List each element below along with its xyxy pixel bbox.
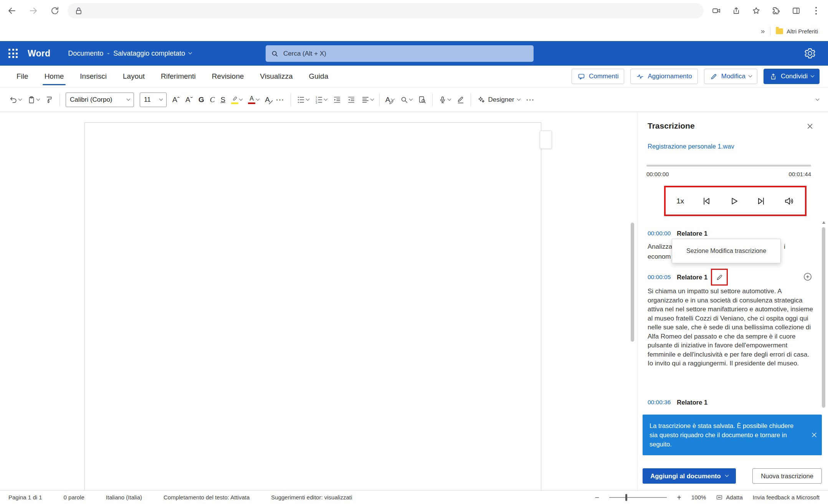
tab-inserisci[interactable]: Inserisci: [72, 66, 115, 87]
chevron-down-icon[interactable]: [188, 51, 192, 55]
styles-button[interactable]: A: [385, 96, 394, 104]
chevron-down-icon[interactable]: [306, 97, 309, 101]
zoom-slider[interactable]: [609, 497, 667, 498]
chevron-down-icon[interactable]: [18, 97, 22, 101]
entry-timestamp[interactable]: 00:00:05: [648, 274, 671, 281]
chevron-down-icon[interactable]: [324, 97, 327, 101]
extensions-icon[interactable]: [771, 6, 781, 16]
settings-gear-icon[interactable]: [804, 48, 816, 59]
find-button[interactable]: [400, 96, 412, 104]
play-icon[interactable]: [729, 196, 739, 207]
skip-back-icon[interactable]: [701, 196, 712, 207]
reload-icon[interactable]: [50, 6, 60, 16]
shrink-font-button[interactable]: Aˇ: [185, 96, 193, 103]
comments-button[interactable]: Commenti: [572, 69, 624, 84]
designer-button[interactable]: Designer: [477, 96, 520, 104]
address-bar[interactable]: [68, 3, 704, 18]
scrollbar-up-arrow[interactable]: [822, 221, 825, 224]
undo-button[interactable]: [9, 96, 21, 104]
numbering-button[interactable]: 123: [315, 96, 327, 104]
more-formatting-button[interactable]: ⋯: [276, 95, 285, 105]
search-input[interactable]: [283, 50, 528, 58]
bookmark-star-icon[interactable]: [751, 6, 761, 16]
font-color-button[interactable]: A: [248, 96, 259, 104]
tab-guida[interactable]: Guida: [301, 66, 337, 87]
zoom-out-button[interactable]: −: [595, 494, 600, 501]
chevron-down-icon[interactable]: [370, 97, 374, 101]
bookmarks-overflow-chevron[interactable]: »: [761, 27, 765, 35]
browser-menu-icon[interactable]: [811, 6, 821, 16]
side-panel-icon[interactable]: [791, 6, 801, 16]
playback-speed-button[interactable]: 1x: [676, 197, 684, 205]
italic-button[interactable]: C: [210, 96, 215, 103]
chevron-down-icon[interactable]: [447, 97, 451, 101]
underline-button[interactable]: S: [220, 96, 225, 103]
document-title[interactable]: Documento - Salvataggio completato: [68, 50, 192, 58]
zoom-level[interactable]: 100%: [691, 494, 706, 501]
zoom-in-button[interactable]: +: [677, 494, 681, 501]
chevron-down-icon[interactable]: [409, 97, 413, 101]
search-box[interactable]: [266, 45, 534, 62]
font-name-select[interactable]: Calibri (Corpo): [66, 93, 134, 107]
edit-mode-button[interactable]: Modifica: [704, 69, 757, 84]
chevron-down-icon[interactable]: [256, 97, 260, 101]
tab-revisione[interactable]: Revisione: [204, 66, 252, 87]
bullets-button[interactable]: [297, 96, 309, 104]
recording-file-link[interactable]: Registrazione personale 1.wav: [648, 143, 734, 150]
grow-font-button[interactable]: Aˆ: [172, 96, 180, 103]
collapse-ribbon-chevron[interactable]: [816, 97, 820, 101]
volume-icon[interactable]: [783, 196, 794, 207]
bold-button[interactable]: G: [198, 96, 204, 103]
chevron-down-icon[interactable]: [517, 97, 521, 101]
outdent-button[interactable]: [333, 96, 341, 104]
format-painter-button[interactable]: [45, 96, 54, 104]
playback-progress-bar[interactable]: [646, 165, 811, 167]
align-button[interactable]: [361, 96, 374, 104]
document-page[interactable]: [84, 122, 541, 490]
other-favorites-folder[interactable]: Altri Preferiti: [776, 28, 818, 35]
close-icon[interactable]: [806, 122, 814, 131]
entry-timestamp[interactable]: 00:00:00: [648, 230, 671, 237]
chevron-down-icon[interactable]: [36, 97, 40, 101]
share-button[interactable]: Condividi: [764, 69, 820, 84]
fit-width-button[interactable]: Adatta: [716, 494, 742, 501]
dictate-button[interactable]: [438, 96, 451, 104]
edit-transcript-pencil-icon[interactable]: [714, 271, 725, 283]
zoom-slider-thumb[interactable]: [625, 494, 627, 501]
chevron-down-icon[interactable]: [239, 97, 243, 101]
add-to-document-button[interactable]: Aggiungi al documento: [643, 468, 736, 484]
video-call-icon[interactable]: [711, 6, 721, 16]
skip-forward-icon[interactable]: [756, 196, 767, 207]
app-launcher-icon[interactable]: [8, 49, 18, 58]
tab-riferimenti[interactable]: Riferimenti: [153, 66, 204, 87]
more-commands-button[interactable]: ⋯: [526, 95, 535, 105]
tab-visualizza[interactable]: Visualizza: [252, 66, 301, 87]
update-button[interactable]: Aggiornamento: [630, 69, 697, 84]
word-count[interactable]: 0 parole: [64, 494, 84, 501]
editor-suggestions-status[interactable]: Suggerimenti editor: visualizzati: [271, 494, 352, 501]
editor-button[interactable]: [456, 96, 465, 104]
page-count[interactable]: Pagina 1 di 1: [8, 494, 42, 501]
notice-close-icon[interactable]: [810, 431, 818, 439]
text-completion-status[interactable]: Completamento del testo: Attivata: [164, 494, 250, 501]
comment-card-sliver[interactable]: [540, 131, 552, 149]
language[interactable]: Italiano (Italia): [106, 494, 142, 501]
forward-icon[interactable]: [28, 6, 38, 16]
add-section-plus-icon[interactable]: [803, 272, 813, 282]
share-icon[interactable]: [731, 6, 741, 16]
panel-scrollbar[interactable]: [822, 227, 825, 408]
indent-button[interactable]: [347, 96, 355, 104]
highlight-button[interactable]: [231, 96, 242, 104]
tab-layout[interactable]: Layout: [115, 66, 153, 87]
tab-file[interactable]: File: [8, 66, 36, 87]
clear-format-button[interactable]: A: [265, 96, 270, 104]
feedback-link[interactable]: Invia feedback a Microsoft: [753, 494, 820, 501]
entry-timestamp[interactable]: 00:00:36: [648, 399, 671, 406]
font-size-select[interactable]: 11: [140, 93, 167, 107]
paste-button[interactable]: [27, 96, 40, 104]
new-transcription-button[interactable]: Nuova trascrizione: [752, 468, 822, 484]
document-scrollbar[interactable]: [631, 223, 634, 342]
back-icon[interactable]: [7, 6, 17, 16]
find-replace-button[interactable]: [418, 96, 426, 104]
tab-home[interactable]: Home: [36, 66, 72, 87]
